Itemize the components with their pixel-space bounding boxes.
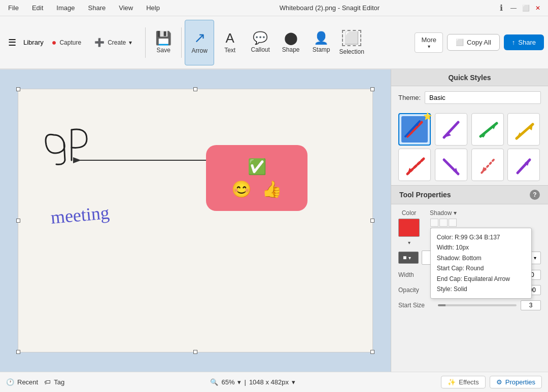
menu-edit[interactable]: Edit xyxy=(30,3,45,13)
zoom-out-icon[interactable]: 🔍 xyxy=(210,378,218,386)
callout-icon: 💬 xyxy=(253,32,268,44)
handle-br[interactable] xyxy=(370,350,374,354)
style-item-7[interactable] xyxy=(471,149,504,181)
tooltip-style: Style: Solid xyxy=(437,284,525,294)
save-button[interactable]: 💾 Save xyxy=(149,20,178,65)
menu-image[interactable]: Image xyxy=(54,3,77,13)
canvas-area[interactable]: meeting ✅ xyxy=(0,69,391,372)
zoom-dropdown-icon[interactable]: ▾ xyxy=(237,378,241,386)
pink-emoji-box: ✅ 😊 👍 xyxy=(206,145,307,211)
dimensions-dropdown-icon[interactable]: ▾ xyxy=(292,378,295,386)
handle-bl[interactable] xyxy=(16,350,20,354)
start-size-slider[interactable] xyxy=(438,304,517,306)
line-start-icon: ■ xyxy=(403,254,406,261)
color-swatch[interactable] xyxy=(398,219,420,237)
bottom-left-section: 🕐 Recent 🏷 Tag xyxy=(6,378,64,386)
zoom-level[interactable]: 65% xyxy=(221,378,234,386)
main-content: meeting ✅ xyxy=(0,69,548,372)
text-tool-button[interactable]: A Text xyxy=(215,20,245,65)
handle-ml[interactable] xyxy=(16,219,20,223)
share-button[interactable]: ↑ Share xyxy=(504,34,544,50)
shadow-cell-tl[interactable] xyxy=(430,219,438,227)
style-item-2[interactable]: Color: R:99 G:34 B:137 Width: 10px Shado… xyxy=(435,113,467,146)
properties-icon: ⚙ xyxy=(496,378,502,386)
tooltip-width: Width: 10px xyxy=(437,242,525,253)
theme-select[interactable]: Basic xyxy=(425,91,541,104)
create-button[interactable]: ➕ Create ▾ xyxy=(89,33,137,52)
sidebar-toggle[interactable]: ☰ xyxy=(4,35,20,50)
bottom-bar: 🕐 Recent 🏷 Tag 🔍 65% ▾ | 1048 x 482px ▾ … xyxy=(0,372,548,392)
stamp-tool-button[interactable]: 👤 Stamp xyxy=(306,20,336,65)
handle-tc[interactable] xyxy=(193,87,197,91)
stamp-icon: 👤 xyxy=(314,32,329,44)
svg-text:meeting: meeting xyxy=(50,202,110,228)
emoji-row: ✅ xyxy=(248,158,266,175)
recent-button[interactable]: 🕐 Recent xyxy=(6,378,38,386)
menu-view[interactable]: View xyxy=(117,3,135,13)
arrow-dropdown-icon[interactable]: ▾ xyxy=(534,255,536,261)
help-button[interactable]: ? xyxy=(530,190,540,200)
tool-properties-header: Tool Properties ? xyxy=(391,185,548,204)
effects-button[interactable]: ✨ Effects xyxy=(441,376,486,388)
svg-rect-24 xyxy=(474,152,501,178)
dimensions-label: 1048 x 482px xyxy=(249,378,289,386)
create-dropdown-icon: ▾ xyxy=(129,39,132,46)
selection-tool-button[interactable]: ⬜ Selection xyxy=(337,20,366,65)
style-item-6[interactable] xyxy=(435,149,467,181)
library-button[interactable]: Library xyxy=(23,39,44,46)
recent-icon: 🕐 xyxy=(6,378,14,386)
properties-button[interactable]: ⚙ Properties xyxy=(490,376,542,388)
close-button[interactable]: ✕ xyxy=(534,4,542,12)
tooltip-start-cap: Start Cap: Round xyxy=(437,263,525,273)
effects-icon: ✨ xyxy=(448,378,456,386)
capture-button[interactable]: ● Capture xyxy=(47,33,86,52)
info-icon[interactable]: ℹ xyxy=(497,4,505,12)
selection-icon: ⬜ xyxy=(342,30,361,46)
color-dropdown-icon[interactable]: ▾ xyxy=(408,240,410,245)
bottom-right-section: ✨ Effects ⚙ Properties xyxy=(441,376,542,388)
style-item-4[interactable] xyxy=(507,113,540,146)
shape-icon: ⬤ xyxy=(284,32,298,44)
style-item-8[interactable] xyxy=(507,149,540,181)
share-icon: ↑ xyxy=(512,39,516,46)
create-plus-icon: ➕ xyxy=(94,38,105,47)
style-item-3[interactable] xyxy=(471,113,504,146)
toolbar-right-section: More ▾ ⬜ Copy All ↑ Share xyxy=(415,32,544,53)
style-item-5[interactable] xyxy=(398,149,431,181)
menu-share[interactable]: Share xyxy=(86,3,108,13)
menu-bar: File Edit Image Share View Help xyxy=(6,3,162,13)
opacity-label: Opacity xyxy=(398,287,434,294)
minimize-button[interactable]: — xyxy=(509,4,518,12)
handle-bc[interactable] xyxy=(193,350,197,354)
shape-tool-button[interactable]: ⬤ Shape xyxy=(276,20,305,65)
line-start-btn[interactable]: ■ ▾ xyxy=(398,252,419,264)
tooltip-shadow: Shadow: Bottom xyxy=(437,253,525,263)
separator: | xyxy=(244,378,246,386)
menu-help[interactable]: Help xyxy=(144,3,162,13)
arrow-tool-button[interactable]: ↗ Arrow xyxy=(185,20,214,65)
style-item-1[interactable]: ⭐ xyxy=(398,113,431,146)
start-size-label: Start Size xyxy=(398,302,434,309)
shadow-dropdown-icon[interactable]: ▾ xyxy=(454,209,457,217)
restore-button[interactable]: ⬜ xyxy=(522,4,530,12)
menu-file[interactable]: File xyxy=(6,3,21,13)
copyall-button[interactable]: ⬜ Copy All xyxy=(447,34,500,51)
tooltip-color: Color: R:99 G:34 B:137 xyxy=(437,232,525,242)
width-label: Width xyxy=(398,271,434,278)
shadow-cell-tr[interactable] xyxy=(449,219,457,227)
line-start-dropdown-icon[interactable]: ▾ xyxy=(408,255,411,261)
handle-tr[interactable] xyxy=(370,87,374,91)
copy-icon: ⬜ xyxy=(456,39,464,46)
window-title: Whiteboard (2).png - Snagit Editor xyxy=(162,4,497,12)
tag-button[interactable]: 🏷 Tag xyxy=(44,378,64,386)
svg-rect-21 xyxy=(438,152,464,178)
handle-tl[interactable] xyxy=(16,87,20,91)
more-button[interactable]: More ▾ xyxy=(415,32,443,53)
start-size-value[interactable]: 3 xyxy=(521,300,541,310)
callout-tool-button[interactable]: 💬 Callout xyxy=(246,20,275,65)
handle-mr[interactable] xyxy=(370,219,374,223)
checkmark-emoji: ✅ xyxy=(248,158,266,175)
whiteboard[interactable]: meeting ✅ xyxy=(18,89,373,352)
shadow-cell-tc[interactable] xyxy=(439,219,448,227)
toolbar-left-section: ☰ Library ● Capture ➕ Create ▾ xyxy=(4,33,137,52)
